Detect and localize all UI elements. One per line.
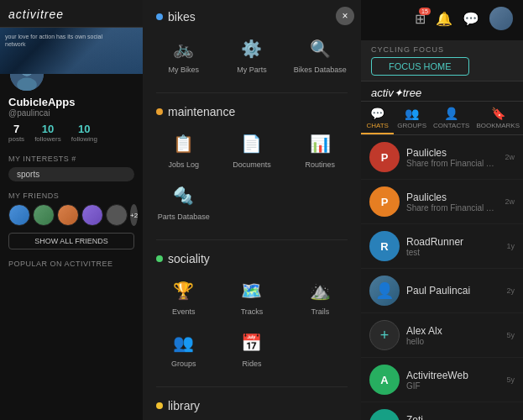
menu-item-parts-database[interactable]: 🔩 Parts Database bbox=[149, 176, 217, 228]
middle-panel: × bikes 🚲 My Bikes ⚙️ My Parts 🔍 Bikes D… bbox=[143, 0, 361, 420]
tab-groups[interactable]: 👥 GROUPS bbox=[394, 102, 430, 134]
tracks-icon: 🗺️ bbox=[238, 277, 265, 304]
menu-item-groups[interactable]: 👥 Groups bbox=[149, 323, 217, 375]
section-library: library ⚙️ Setup 🎨 Culture 📖 Manuals 👁️ … bbox=[143, 389, 361, 420]
chat-icon[interactable]: 💬 bbox=[463, 11, 479, 27]
chat-item[interactable]: P Paulicles Share from Financial Times 2… bbox=[361, 180, 523, 224]
interests-tag[interactable]: sports bbox=[8, 167, 134, 181]
chat-list: P Paulicles Share from Financial Times 2… bbox=[361, 135, 523, 420]
chat-name: Zoti bbox=[406, 414, 499, 421]
bikes-grid: 🚲 My Bikes ⚙️ My Parts 🔍 Bikes Database bbox=[143, 29, 361, 87]
chat-item[interactable]: Paul Paulincai 2y bbox=[361, 269, 523, 313]
my-parts-label: My Parts bbox=[237, 66, 267, 74]
chat-time: 1y bbox=[506, 242, 515, 250]
left-header: activitree bbox=[0, 0, 143, 28]
tab-contacts[interactable]: 👤 CONTACTS bbox=[430, 102, 473, 134]
grid-icon[interactable]: ⊞ 15 bbox=[415, 11, 426, 27]
menu-item-rides[interactable]: 📅 Rides bbox=[217, 323, 285, 375]
sociality-grid: 🏆 Events 🗺️ Tracks ⛰️ Trails 👥 Groups 📅 … bbox=[143, 270, 361, 381]
stat-followers: 10 followers bbox=[34, 123, 61, 143]
chat-item[interactable]: P Paulicles Share from Financial Times 2… bbox=[361, 135, 523, 180]
tab-bookmarks[interactable]: 🔖 BOOKMARKS bbox=[473, 102, 523, 134]
my-parts-icon: ⚙️ bbox=[238, 35, 265, 62]
maintenance-header: maintenance bbox=[143, 102, 361, 123]
chat-name: ActivitreeWeb bbox=[406, 370, 499, 381]
chat-preview: Share from Financial Times bbox=[406, 203, 498, 213]
chat-time: 5y bbox=[506, 375, 515, 384]
section-bikes: bikes 🚲 My Bikes ⚙️ My Parts 🔍 Bikes Dat… bbox=[143, 0, 361, 91]
maintenance-title: maintenance bbox=[168, 105, 235, 118]
chat-avatar: Z bbox=[369, 409, 400, 420]
chat-content: Alex Alx hello bbox=[406, 325, 499, 346]
posts-count: 7 bbox=[13, 123, 19, 135]
chat-preview: hello bbox=[406, 337, 499, 346]
grid-badge: 15 bbox=[419, 8, 431, 15]
divider-1 bbox=[156, 92, 348, 93]
chat-item[interactable]: A ActivitreeWeb GIF 5y bbox=[361, 358, 523, 402]
bikes-database-icon: 🔍 bbox=[306, 35, 333, 62]
routines-icon: 📊 bbox=[306, 130, 333, 157]
friend-avatar-5 bbox=[106, 204, 128, 226]
menu-item-documents[interactable]: 📄 Documents bbox=[217, 123, 285, 176]
chat-name: RoadRunner bbox=[406, 236, 499, 248]
cover-image: your love for action has its own social … bbox=[0, 28, 143, 74]
menu-item-bikes-database[interactable]: 🔍 Bikes Database bbox=[286, 29, 354, 81]
chat-avatar bbox=[369, 276, 400, 306]
menu-item-my-parts[interactable]: ⚙️ My Parts bbox=[217, 29, 285, 81]
chat-time: 2w bbox=[505, 197, 515, 206]
chat-preview: GIF bbox=[406, 381, 499, 391]
chat-item[interactable]: R RoadRunner test 1y bbox=[361, 224, 523, 269]
menu-item-events[interactable]: 🏆 Events bbox=[149, 270, 217, 323]
menu-item-my-bikes[interactable]: 🚲 My Bikes bbox=[149, 29, 217, 81]
tracks-label: Tracks bbox=[241, 307, 264, 316]
maintenance-grid: 📋 Jobs Log 📄 Documents 📊 Routines 🔩 Part… bbox=[143, 123, 361, 234]
menu-item-trails[interactable]: ⛰️ Trails bbox=[286, 270, 354, 323]
parts-database-label: Parts Database bbox=[158, 213, 210, 221]
documents-icon: 📄 bbox=[238, 130, 265, 157]
library-title: library bbox=[168, 399, 200, 412]
followers-count: 10 bbox=[42, 123, 54, 135]
chat-content: RoadRunner test bbox=[406, 236, 499, 257]
library-header: library bbox=[143, 396, 361, 417]
friends-more-count: +2 bbox=[130, 204, 138, 226]
chat-item[interactable]: + Alex Alx hello 5y bbox=[361, 313, 523, 358]
posts-label: posts bbox=[8, 135, 24, 143]
bikes-title: bikes bbox=[168, 10, 196, 24]
rides-icon: 📅 bbox=[238, 329, 265, 356]
following-label: following bbox=[71, 135, 97, 143]
menu-item-routines[interactable]: 📊 Routines bbox=[286, 123, 354, 176]
friend-avatar-1 bbox=[8, 204, 30, 226]
menu-item-jobs-log[interactable]: 📋 Jobs Log bbox=[149, 123, 217, 176]
chat-item[interactable]: Z Zoti pi la minutu 6:00 6y bbox=[361, 402, 523, 420]
tab-chats[interactable]: 💬 CHATS bbox=[361, 102, 394, 134]
add-contact-button[interactable]: + bbox=[369, 320, 400, 350]
right-logo-text: activ✦tree bbox=[371, 87, 421, 99]
sociality-dot bbox=[156, 255, 163, 262]
divider-3 bbox=[156, 386, 348, 387]
following-count: 10 bbox=[78, 123, 90, 135]
user-avatar-top[interactable] bbox=[489, 7, 513, 30]
friends-row: +2 bbox=[0, 202, 143, 228]
left-panel: activitree your love for action has its … bbox=[0, 0, 143, 420]
chat-preview: test bbox=[406, 248, 499, 257]
maintenance-dot bbox=[156, 108, 163, 115]
top-bar-icons: ⊞ 15 🔔 💬 bbox=[371, 7, 513, 34]
chat-avatar: A bbox=[369, 365, 400, 395]
close-button[interactable]: × bbox=[336, 7, 354, 25]
chat-time: 5y bbox=[506, 331, 515, 339]
my-bikes-label: My Bikes bbox=[168, 66, 199, 74]
menu-item-tracks[interactable]: 🗺️ Tracks bbox=[217, 270, 285, 323]
bikes-header: bikes bbox=[143, 7, 361, 29]
chat-avatar: R bbox=[369, 231, 400, 261]
stat-following: 10 following bbox=[71, 123, 97, 143]
bookmarks-tab-label: BOOKMARKS bbox=[476, 122, 520, 129]
rides-label: Rides bbox=[242, 360, 261, 368]
sociality-title: sociality bbox=[168, 252, 210, 265]
routines-label: Routines bbox=[306, 160, 336, 169]
trails-icon: ⛰️ bbox=[306, 277, 333, 304]
focus-home-button[interactable]: FOCUS HOME bbox=[371, 57, 469, 76]
chat-time: 2y bbox=[506, 286, 515, 295]
bell-icon[interactable]: 🔔 bbox=[436, 11, 452, 27]
show-all-friends-button[interactable]: SHOW ALL FRIENDS bbox=[8, 233, 134, 249]
chat-name: Paulicles bbox=[406, 147, 498, 159]
